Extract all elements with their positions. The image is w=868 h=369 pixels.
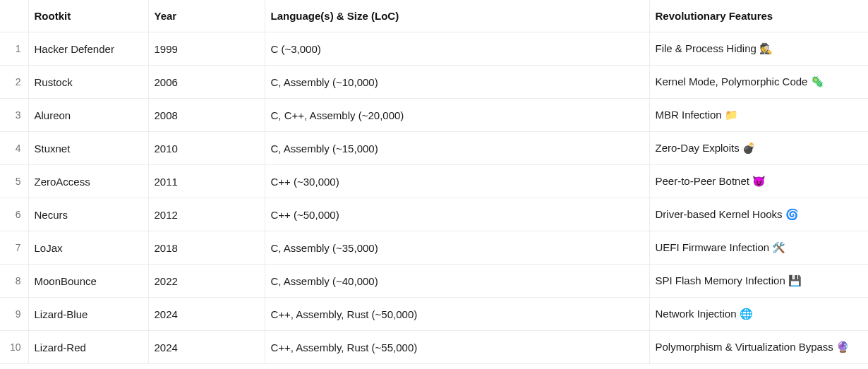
- row-index: 4: [0, 132, 28, 165]
- row-index: 2: [0, 66, 28, 99]
- header-lang: Language(s) & Size (LoC): [265, 0, 649, 32]
- cell-rootkit: Stuxnet: [28, 132, 148, 165]
- cell-year: 2010: [148, 132, 265, 165]
- header-rootkit: Rootkit: [28, 0, 148, 32]
- cell-rootkit: Necurs: [28, 198, 148, 231]
- table-row: 10Lizard-Red2024C++, Assembly, Rust (~55…: [0, 331, 868, 364]
- row-index: 10: [0, 331, 28, 364]
- header-row: Rootkit Year Language(s) & Size (LoC) Re…: [0, 0, 868, 32]
- row-index: 7: [0, 231, 28, 265]
- cell-lang: C++, Assembly, Rust (~50,000): [265, 298, 649, 331]
- cell-rootkit: Lizard-Blue: [28, 298, 148, 331]
- table-row: 3Alureon2008C, C++, Assembly (~20,000)MB…: [0, 99, 868, 132]
- cell-year: 2022: [148, 265, 265, 298]
- cell-rootkit: Lizard-Red: [28, 331, 148, 364]
- table-row: 6Necurs2012C++ (~50,000)Driver-based Ker…: [0, 198, 868, 231]
- cell-features: UEFI Firmware Infection 🛠️: [649, 231, 868, 265]
- cell-year: 2018: [148, 231, 265, 265]
- cell-rootkit: LoJax: [28, 231, 148, 265]
- table-row: 8MoonBounce2022C, Assembly (~40,000)SPI …: [0, 265, 868, 298]
- cell-lang: C, C++, Assembly (~20,000): [265, 99, 649, 132]
- rootkit-table: Rootkit Year Language(s) & Size (LoC) Re…: [0, 0, 868, 364]
- row-index: 5: [0, 165, 28, 198]
- cell-lang: C, Assembly (~35,000): [265, 231, 649, 265]
- table-row: 4Stuxnet2010C, Assembly (~15,000)Zero-Da…: [0, 132, 868, 165]
- cell-features: Network Injection 🌐: [649, 298, 868, 331]
- cell-lang: C, Assembly (~10,000): [265, 66, 649, 99]
- cell-year: 2011: [148, 165, 265, 198]
- cell-features: File & Process Hiding 🕵️: [649, 32, 868, 66]
- cell-year: 2024: [148, 331, 265, 364]
- row-index: 9: [0, 298, 28, 331]
- table-row: 9Lizard-Blue2024C++, Assembly, Rust (~50…: [0, 298, 868, 331]
- cell-lang: C, Assembly (~15,000): [265, 132, 649, 165]
- cell-year: 1999: [148, 32, 265, 66]
- cell-lang: C, Assembly (~40,000): [265, 265, 649, 298]
- cell-rootkit: Hacker Defender: [28, 32, 148, 66]
- cell-rootkit: ZeroAccess: [28, 165, 148, 198]
- header-features: Revolutionary Features: [649, 0, 868, 32]
- table-row: 2Rustock2006C, Assembly (~10,000)Kernel …: [0, 66, 868, 99]
- cell-features: MBR Infection 📁: [649, 99, 868, 132]
- table-row: 1Hacker Defender1999C (~3,000)File & Pro…: [0, 32, 868, 66]
- cell-year: 2012: [148, 198, 265, 231]
- cell-rootkit: Alureon: [28, 99, 148, 132]
- cell-year: 2008: [148, 99, 265, 132]
- row-index: 6: [0, 198, 28, 231]
- cell-features: Driver-based Kernel Hooks 🌀: [649, 198, 868, 231]
- row-index: 1: [0, 32, 28, 66]
- cell-year: 2006: [148, 66, 265, 99]
- rootkit-table-wrap: Rootkit Year Language(s) & Size (LoC) Re…: [0, 0, 868, 364]
- cell-year: 2024: [148, 298, 265, 331]
- cell-features: Polymorphism & Virtualization Bypass 🔮: [649, 331, 868, 364]
- cell-features: Zero-Day Exploits 💣: [649, 132, 868, 165]
- cell-rootkit: Rustock: [28, 66, 148, 99]
- cell-lang: C (~3,000): [265, 32, 649, 66]
- row-index: 8: [0, 265, 28, 298]
- cell-lang: C++ (~50,000): [265, 198, 649, 231]
- header-index: [0, 0, 28, 32]
- cell-lang: C++, Assembly, Rust (~55,000): [265, 331, 649, 364]
- cell-features: Peer-to-Peer Botnet 😈: [649, 165, 868, 198]
- table-row: 5ZeroAccess2011C++ (~30,000)Peer-to-Peer…: [0, 165, 868, 198]
- cell-features: Kernel Mode, Polymorphic Code 🦠: [649, 66, 868, 99]
- row-index: 3: [0, 99, 28, 132]
- cell-rootkit: MoonBounce: [28, 265, 148, 298]
- cell-features: SPI Flash Memory Infection 💾: [649, 265, 868, 298]
- table-row: 7LoJax2018C, Assembly (~35,000)UEFI Firm…: [0, 231, 868, 265]
- header-year: Year: [148, 0, 265, 32]
- cell-lang: C++ (~30,000): [265, 165, 649, 198]
